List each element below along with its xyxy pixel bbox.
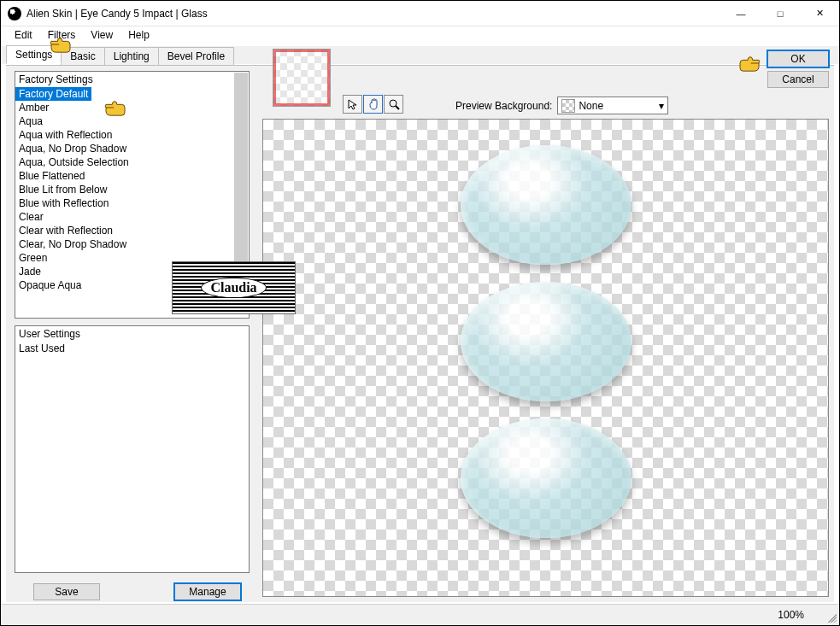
settings-panel: Factory Settings Factory Default Amber A…	[15, 71, 250, 600]
watermark: Claudia	[172, 261, 296, 314]
watermark-text: Claudia	[201, 278, 266, 298]
cancel-button[interactable]: Cancel	[767, 71, 829, 88]
zoom-tool-icon[interactable]	[384, 95, 403, 114]
preview-thumbnail[interactable]	[273, 49, 331, 107]
tabs-row: Settings Basic Lighting Bevel Profile	[1, 45, 839, 64]
user-settings-header: User Settings	[15, 326, 249, 342]
preview-pane: Preview Background: None ▾ OK Cancel	[262, 71, 829, 597]
list-item[interactable]: Aqua, Outside Selection	[15, 155, 249, 169]
save-button[interactable]: Save	[33, 583, 100, 600]
scrollbar-thumb[interactable]	[234, 73, 248, 282]
menu-help[interactable]: Help	[121, 28, 156, 42]
glass-preview-shape	[461, 145, 631, 265]
preview-background-label: Preview Background:	[455, 100, 552, 112]
menu-filters[interactable]: Filters	[41, 28, 83, 42]
list-item[interactable]: Last Used	[15, 342, 249, 355]
preview-background-control: Preview Background: None ▾	[455, 97, 668, 114]
tab-settings[interactable]: Settings	[6, 45, 62, 64]
tab-lighting[interactable]: Lighting	[104, 47, 159, 65]
tab-bevel-profile[interactable]: Bevel Profile	[158, 47, 234, 65]
ok-button[interactable]: OK	[767, 50, 829, 67]
preview-background-select[interactable]: None ▾	[557, 97, 668, 114]
titlebar: Alien Skin | Eye Candy 5 Impact | Glass …	[1, 1, 839, 26]
list-item[interactable]: Blue with Reflection	[15, 196, 249, 210]
list-item[interactable]: Clear, No Drop Shadow	[15, 237, 249, 251]
transparency-swatch-icon	[561, 99, 575, 113]
hand-tool-icon[interactable]	[363, 95, 383, 114]
list-item[interactable]: Aqua	[15, 114, 249, 128]
minimize-button[interactable]: —	[721, 1, 761, 26]
list-item[interactable]: Factory Default	[15, 87, 91, 101]
factory-settings-header: Factory Settings	[15, 72, 249, 87]
list-item[interactable]: Aqua with Reflection	[15, 128, 249, 142]
window-title: Alien Skin | Eye Candy 5 Impact | Glass	[26, 8, 721, 20]
list-item[interactable]: Blue Lit from Below	[15, 183, 249, 196]
svg-line-1	[396, 106, 399, 109]
list-item[interactable]: Clear	[15, 210, 249, 224]
dialog-buttons: OK Cancel	[767, 50, 829, 88]
resize-grip-icon[interactable]	[825, 611, 837, 623]
select-tool-icon[interactable]	[343, 95, 362, 114]
tab-content: Factory Settings Factory Default Amber A…	[6, 65, 834, 602]
close-button[interactable]: ✕	[800, 1, 839, 26]
glass-preview-shape	[461, 418, 631, 538]
preview-background-value: None	[579, 100, 659, 112]
menu-edit[interactable]: Edit	[8, 28, 39, 42]
preview-canvas[interactable]	[262, 119, 829, 597]
settings-button-row: Save Manage	[15, 580, 250, 600]
list-item[interactable]: Clear with Reflection	[15, 224, 249, 237]
menubar: Edit Filters View Help	[1, 26, 839, 44]
zoom-level: 100%	[778, 609, 804, 621]
tab-basic[interactable]: Basic	[61, 47, 104, 65]
svg-point-0	[390, 100, 397, 107]
preview-toolbar	[343, 95, 403, 114]
maximize-button[interactable]: □	[761, 1, 800, 26]
list-item[interactable]: Aqua, No Drop Shadow	[15, 142, 249, 155]
menu-view[interactable]: View	[84, 28, 120, 42]
manage-button[interactable]: Manage	[174, 583, 241, 600]
statusbar: 100%	[2, 604, 838, 624]
user-settings-list[interactable]: User Settings Last Used	[15, 325, 250, 573]
list-item[interactable]: Blue Flattened	[15, 169, 249, 183]
chevron-down-icon: ▾	[659, 100, 664, 112]
app-icon	[8, 7, 21, 20]
glass-preview-shape	[461, 282, 631, 401]
list-item[interactable]: Amber	[15, 101, 249, 114]
